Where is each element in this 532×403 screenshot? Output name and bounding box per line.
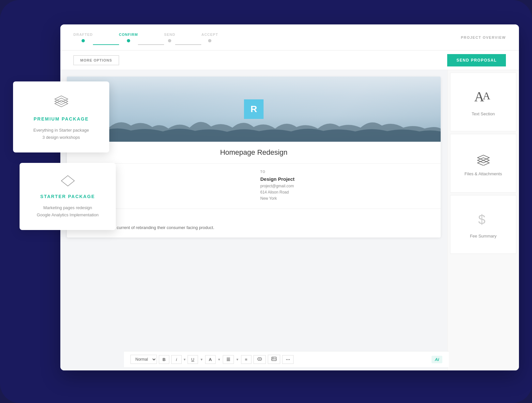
send-proposal-button[interactable]: SEND PROPOSAL	[447, 54, 506, 66]
step-line-2	[138, 44, 164, 45]
sidebar-section-fee[interactable]: $ Fee Summary	[450, 195, 516, 254]
text-section-label: Text Section	[472, 111, 495, 116]
hero-image: R	[67, 77, 441, 142]
font-size-button[interactable]: A	[205, 355, 216, 364]
svg-text:A: A	[483, 90, 490, 102]
bold-button[interactable]: B	[159, 355, 169, 364]
more-toolbar-button[interactable]: ⋯	[282, 355, 294, 364]
starter-package-card: STARTER PACKAGE Marketing pages redesign…	[20, 163, 116, 230]
files-label: Files & Attachments	[464, 171, 502, 176]
project-context: Project Context Design Project is the cu…	[67, 209, 441, 238]
step-drafted-dot	[82, 39, 85, 42]
to-city: New York	[260, 195, 431, 202]
starter-title: STARTER PACKAGE	[29, 194, 106, 199]
to-label: TO	[260, 170, 431, 174]
to-address: 614 Alison Road	[260, 189, 431, 195]
context-text: Design Project is the current of rebrand…	[77, 224, 431, 231]
premium-desc-line2: 3 design workshops	[42, 135, 80, 140]
align-button[interactable]: ≡	[241, 355, 251, 364]
premium-desc: Everything in Starter package 3 design w…	[23, 127, 99, 141]
editor-toolbar: Normal B i ▼ U ▼ A ▼ ☰ ▼ ≡ ⋯ Ai	[124, 351, 449, 367]
starter-desc-line2: Google Analytics Implementation	[37, 212, 99, 217]
step-accept-dot	[208, 39, 211, 42]
premium-title: PREMIUM PACKAGE	[23, 116, 99, 122]
fee-summary-label: Fee Summary	[470, 234, 497, 238]
text-section-icon: A A	[474, 88, 493, 107]
sidebar-section-text[interactable]: A A Text Section	[450, 73, 516, 131]
underline-button[interactable]: U	[188, 355, 198, 364]
step-drafted[interactable]: DRAFTED	[73, 33, 93, 42]
step-confirm[interactable]: CONFIRM	[119, 33, 138, 42]
sidebar-section-files[interactable]: Files & Attachments	[450, 134, 516, 193]
step-line-3	[175, 44, 201, 45]
proposal-document: R Homepage Redesign FROM eam n@gmail.com…	[67, 77, 441, 237]
to-email: project@gmail.com	[260, 183, 431, 189]
step-confirm-dot	[127, 39, 130, 42]
proposal-info: FROM eam n@gmail.com a Islands sco, Cali…	[67, 164, 441, 209]
step-line-1	[93, 44, 119, 45]
list-button[interactable]: ☰	[223, 355, 234, 364]
format-select[interactable]: Normal	[130, 355, 157, 364]
main-container: DRAFTED CONFIRM SEND ACCEPT PROJECT OVER	[60, 24, 519, 370]
files-icon	[475, 151, 492, 167]
to-col: TO Design Project project@gmail.com 614 …	[260, 170, 431, 202]
step-send[interactable]: SEND	[164, 33, 175, 42]
premium-icon	[23, 93, 99, 111]
premium-desc-line1: Everything in Starter package	[33, 128, 89, 133]
premium-package-card: PREMIUM PACKAGE Everything in Starter pa…	[13, 81, 109, 152]
logo-letter: R	[251, 104, 257, 114]
starter-icon	[29, 174, 106, 189]
starter-desc-line1: Marketing pages redesign	[43, 205, 92, 210]
fee-summary-icon: $	[477, 211, 490, 229]
to-name: Design Project	[260, 176, 431, 182]
right-sidebar: A A Text Section Files & Attachments	[447, 70, 519, 370]
italic-button[interactable]: i	[171, 355, 182, 364]
step-drafted-label: DRAFTED	[73, 33, 93, 36]
action-bar: MORE OPTIONS SEND PROPOSAL	[60, 50, 519, 70]
content-area: R Homepage Redesign FROM eam n@gmail.com…	[60, 70, 519, 370]
step-confirm-label: CONFIRM	[119, 33, 138, 36]
editor-panel: R Homepage Redesign FROM eam n@gmail.com…	[60, 70, 447, 370]
steps-wrapper: DRAFTED CONFIRM SEND ACCEPT	[73, 33, 218, 42]
project-overview-link[interactable]: PROJECT OVERVIEW	[461, 36, 506, 39]
step-accept-label: ACCEPT	[201, 33, 218, 36]
image-button[interactable]	[268, 355, 280, 364]
step-accept[interactable]: ACCEPT	[201, 33, 218, 42]
context-title: Project Context	[77, 215, 431, 221]
proposal-title: Homepage Redesign	[67, 142, 441, 164]
step-send-dot	[168, 39, 171, 42]
top-nav: DRAFTED CONFIRM SEND ACCEPT PROJECT OVER	[60, 24, 519, 50]
logo-badge: R	[244, 99, 264, 119]
starter-desc: Marketing pages redesign Google Analytic…	[29, 204, 106, 219]
svg-text:$: $	[478, 212, 485, 226]
ai-label[interactable]: Ai	[432, 356, 442, 363]
step-send-label: SEND	[164, 33, 175, 36]
link-button[interactable]	[253, 355, 266, 364]
more-options-button[interactable]: MORE OPTIONS	[73, 55, 119, 65]
